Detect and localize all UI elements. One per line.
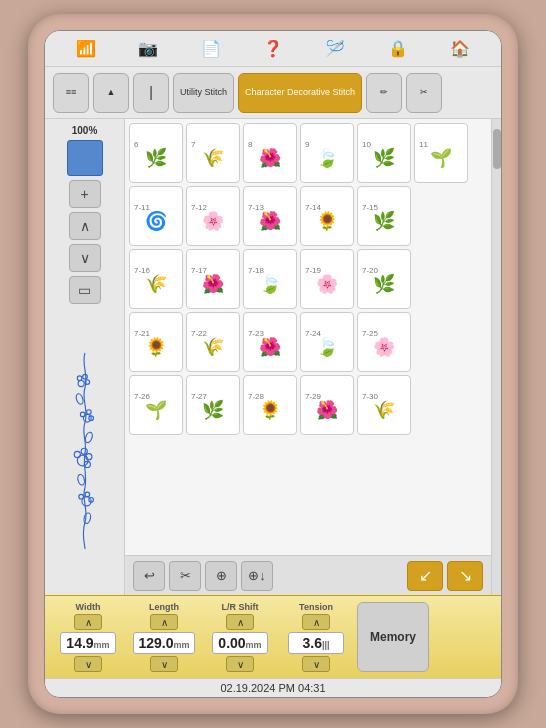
lr-shift-value: 0.00mm (212, 632, 268, 654)
scissors-btn[interactable]: ✂ (169, 561, 201, 591)
down-btn[interactable]: ∨ (69, 244, 101, 272)
pattern-7-29[interactable]: 7-29 🌺 (300, 375, 354, 435)
date-bar: 02.19.2024 PM 04:31 (45, 678, 501, 697)
needle-btn[interactable]: | (133, 73, 169, 113)
pattern-7-11[interactable]: 7-11 🌀 (129, 186, 183, 246)
camera-icon: 📷 (138, 39, 158, 58)
length-up-btn[interactable]: ∧ (150, 614, 178, 630)
scroll-bar[interactable] (491, 119, 501, 595)
tension-up-btn[interactable]: ∧ (302, 614, 330, 630)
svg-point-17 (74, 392, 83, 404)
pattern-6[interactable]: 6 🌿 (129, 123, 183, 183)
grid-row-5: 7-26 🌱 7-27 🌿 7-28 🌻 (129, 375, 487, 435)
svg-point-9 (74, 451, 80, 457)
character-decorative-btn[interactable]: Character Decorative Stitch (238, 73, 362, 113)
tension-value: 3.6||| (288, 632, 344, 654)
pattern-7-18[interactable]: 7-18 🍃 (243, 249, 297, 309)
wifi-icon: 📶 (76, 39, 96, 58)
grid-row-2: 7-11 🌀 7-12 🌸 7-13 🌺 (129, 186, 487, 246)
loop-btn[interactable]: ↩ (133, 561, 165, 591)
triangle-btn[interactable]: ▲ (93, 73, 129, 113)
pattern-7-25[interactable]: 7-25 🌸 (357, 312, 411, 372)
pattern-7-12[interactable]: 7-12 🌸 (186, 186, 240, 246)
memory-button[interactable]: Memory (357, 602, 429, 672)
pattern-7-26[interactable]: 7-26 🌱 (129, 375, 183, 435)
edit2-btn[interactable]: ✂ (406, 73, 442, 113)
svg-point-10 (81, 448, 87, 454)
pattern-7-23[interactable]: 7-23 🌺 (243, 312, 297, 372)
pattern-9[interactable]: 9 🍃 (300, 123, 354, 183)
bottom-toolbar: ↩ ✂ ⊕ ⊕↓ ↙ ↘ (125, 555, 491, 595)
left-sidebar: 100% + ∧ ∨ ▭ (45, 119, 125, 595)
tool-group-right: ↙ ↘ (407, 561, 483, 591)
pattern-7-22[interactable]: 7-22 🌾 (186, 312, 240, 372)
edit1-btn[interactable]: ✏ (366, 73, 402, 113)
width-up-btn[interactable]: ∧ (74, 614, 102, 630)
width-control: Width ∧ 14.9mm ∨ (53, 602, 123, 672)
pattern-8[interactable]: 8 🌺 (243, 123, 297, 183)
needle-down-btn[interactable]: ⊕↓ (241, 561, 273, 591)
grid-row-4: 7-21 🌻 7-22 🌾 7-23 🌺 (129, 312, 487, 372)
tension-label: Tension (299, 602, 333, 612)
pattern-7-13[interactable]: 7-13 🌺 (243, 186, 297, 246)
utility-stitch-btn[interactable]: Utility Stitch (173, 73, 234, 113)
pattern-7-21[interactable]: 7-21 🌻 (129, 312, 183, 372)
bottom-controls: Width ∧ 14.9mm ∨ Length ∧ 129.0mm ∨ (45, 595, 501, 678)
arrow-left-btn[interactable]: ↙ (407, 561, 443, 591)
arrow-right-btn[interactable]: ↘ (447, 561, 483, 591)
rect-btn[interactable]: ▭ (69, 276, 101, 304)
length-down-btn[interactable]: ∨ (150, 656, 178, 672)
tension-down-btn[interactable]: ∨ (302, 656, 330, 672)
lock-icon: 🔒 (388, 39, 408, 58)
pattern-7-30[interactable]: 7-30 🌾 (357, 375, 411, 435)
width-label: Width (76, 602, 101, 612)
lr-shift-label: L/R Shift (222, 602, 259, 612)
svg-point-15 (85, 492, 90, 497)
nav-bar: ≡≡ ▲ | Utility Stitch Character Decorati… (45, 67, 501, 119)
add-btn[interactable]: + (69, 180, 101, 208)
tool-group-left: ↩ ✂ ⊕ ⊕↓ (133, 561, 273, 591)
pattern-7[interactable]: 7 🌾 (186, 123, 240, 183)
status-bar: 📶 📷 📄 ❓ 🪡 🔒 🏠 (45, 31, 501, 67)
svg-point-18 (84, 431, 93, 443)
stitch-preview (53, 308, 117, 589)
screen: 📶 📷 📄 ❓ 🪡 🔒 🏠 ≡≡ ▲ | Utility Stitch Cha (44, 30, 502, 698)
pattern-7-27[interactable]: 7-27 🌿 (186, 375, 240, 435)
pattern-7-16[interactable]: 7-16 🌾 (129, 249, 183, 309)
svg-point-14 (78, 494, 83, 499)
pattern-grid: 6 🌿 7 🌾 8 🌺 (125, 119, 491, 555)
lr-shift-control: L/R Shift ∧ 0.00mm ∨ (205, 602, 275, 672)
up-btn[interactable]: ∧ (69, 212, 101, 240)
lr-shift-up-btn[interactable]: ∧ (226, 614, 254, 630)
device-frame: 📶 📷 📄 ❓ 🪡 🔒 🏠 ≡≡ ▲ | Utility Stitch Cha (28, 14, 518, 714)
width-down-btn[interactable]: ∨ (74, 656, 102, 672)
tension-control: Tension ∧ 3.6||| ∨ (281, 602, 351, 672)
stitch-book-btn[interactable]: ≡≡ (53, 73, 89, 113)
controls-row: Width ∧ 14.9mm ∨ Length ∧ 129.0mm ∨ (53, 602, 493, 672)
length-control: Length ∧ 129.0mm ∨ (129, 602, 199, 672)
document-icon: 📄 (201, 39, 221, 58)
svg-point-19 (76, 473, 85, 485)
home-icon: 🏠 (450, 39, 470, 58)
help-icon: ❓ (263, 39, 283, 58)
pattern-7-15[interactable]: 7-15 🌿 (357, 186, 411, 246)
pattern-area: 6 🌿 7 🌾 8 🌺 (125, 119, 491, 595)
scroll-thumb[interactable] (493, 129, 501, 169)
grid-row-3: 7-16 🌾 7-17 🌺 7-18 🍃 (129, 249, 487, 309)
svg-point-2 (82, 374, 87, 379)
pattern-7-20[interactable]: 7-20 🌿 (357, 249, 411, 309)
pattern-7-14[interactable]: 7-14 🌻 (300, 186, 354, 246)
needle-up-btn[interactable]: ⊕ (205, 561, 237, 591)
pattern-7-17[interactable]: 7-17 🌺 (186, 249, 240, 309)
needle-icon: 🪡 (325, 39, 345, 58)
pattern-11[interactable]: 11 🌱 (414, 123, 468, 183)
pattern-7-28[interactable]: 7-28 🌻 (243, 375, 297, 435)
pattern-10[interactable]: 10 🌿 (357, 123, 411, 183)
zoom-label: 100% (72, 125, 98, 136)
pattern-7-24[interactable]: 7-24 🍃 (300, 312, 354, 372)
svg-point-1 (77, 375, 82, 380)
pattern-7-19[interactable]: 7-19 🌸 (300, 249, 354, 309)
svg-point-5 (80, 412, 85, 417)
svg-point-0 (78, 380, 84, 386)
lr-shift-down-btn[interactable]: ∨ (226, 656, 254, 672)
